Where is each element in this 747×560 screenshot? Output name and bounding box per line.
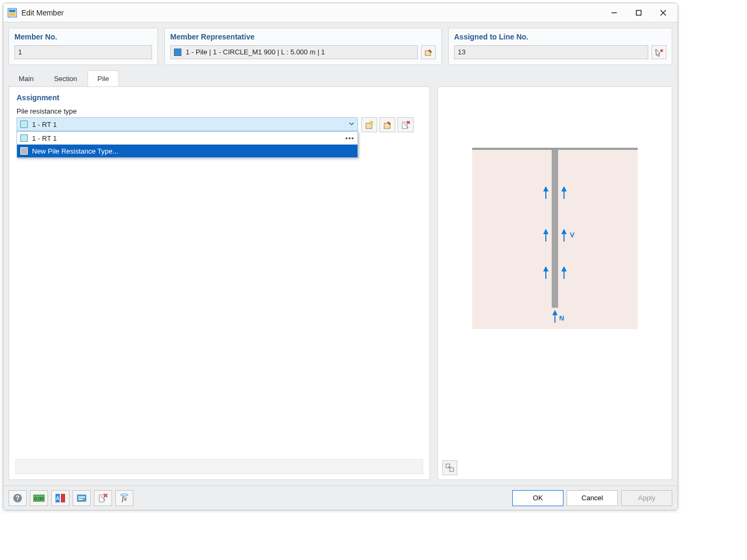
- friction-arrow-right-2-stem: [563, 234, 565, 242]
- window-title: Edit Member: [21, 9, 602, 17]
- fx-button[interactable]: fx: [115, 490, 133, 506]
- assigned-line-value[interactable]: 13: [454, 45, 648, 59]
- pile-graphic: [552, 150, 558, 308]
- svg-text:0,00: 0,00: [34, 496, 44, 501]
- remove-pick-icon: [98, 493, 108, 503]
- svg-rect-4: [637, 10, 641, 15]
- dialog-footer: ? 0,00 A fx OK Cancel Apply: [3, 485, 678, 510]
- edit-type-button[interactable]: [379, 117, 395, 132]
- units-icon: 0,00: [33, 493, 45, 503]
- window-controls: [602, 3, 676, 22]
- pick-line-button[interactable]: [651, 45, 666, 59]
- friction-arrow-left-1: [543, 186, 549, 191]
- minimize-button[interactable]: [602, 3, 626, 22]
- preview-panel: V N: [438, 86, 672, 480]
- report-icon: [76, 493, 87, 503]
- combo-swatch: [20, 121, 28, 128]
- representative-text: 1 - Pile | 1 - CIRCLE_M1 900 | L : 5.000…: [186, 46, 325, 59]
- friction-arrow-right-3: [561, 266, 567, 271]
- remove-pick-button[interactable]: [94, 490, 112, 506]
- resistance-type-buttons: [361, 117, 414, 132]
- expand-preview-icon: [445, 463, 455, 473]
- edit-representative-button[interactable]: [421, 45, 436, 59]
- soil-region: V N: [472, 148, 638, 329]
- member-representative-value[interactable]: 1 - Pile | 1 - CIRCLE_M1 900 | L : 5.000…: [170, 45, 418, 59]
- chevron-down-icon: [348, 121, 355, 127]
- pick-line-icon: [655, 48, 663, 57]
- svg-rect-25: [77, 495, 86, 501]
- units-button[interactable]: 0,00: [30, 490, 48, 506]
- svg-text:?: ?: [15, 494, 19, 502]
- pile-tab-panel: Assignment Pile resistance type 1 - RT 1: [9, 86, 430, 480]
- pile-resistance-type-combo[interactable]: 1 - RT 1: [17, 117, 358, 131]
- assignment-section-title: Assignment: [17, 93, 422, 102]
- friction-arrow-left-2-stem: [545, 234, 546, 242]
- svg-rect-23: [61, 494, 65, 502]
- member-representative-label: Member Representative: [170, 33, 436, 41]
- assigned-line-group: Assigned to Line No. 13: [448, 28, 672, 65]
- report-button[interactable]: [73, 490, 91, 506]
- member-no-group: Member No. 1: [9, 28, 158, 65]
- member-representative-group: Member Representative 1 - Pile | 1 - CIR…: [164, 28, 442, 65]
- dropdown-item-new-type[interactable]: New Pile Resistance Type...: [17, 145, 357, 157]
- maximize-button[interactable]: [626, 3, 651, 22]
- library-icon: A: [55, 493, 66, 503]
- label-n: N: [559, 314, 564, 322]
- label-v: V: [570, 231, 575, 239]
- minimize-icon: [611, 10, 617, 16]
- close-icon: [660, 10, 666, 16]
- svg-text:A: A: [56, 495, 60, 501]
- friction-arrow-left-2: [543, 229, 549, 234]
- friction-arrow-left-1-stem: [545, 191, 546, 199]
- apply-button[interactable]: Apply: [621, 490, 672, 506]
- ok-button[interactable]: OK: [512, 490, 563, 506]
- svg-rect-27: [78, 499, 83, 500]
- member-no-value: 1: [14, 45, 152, 59]
- pile-preview: V N: [446, 94, 664, 472]
- svg-rect-26: [78, 497, 85, 498]
- new-type-button[interactable]: [361, 117, 377, 132]
- dropdown-item-label: New Pile Resistance Type...: [32, 147, 118, 155]
- close-button[interactable]: [651, 3, 676, 22]
- representative-swatch: [174, 49, 181, 56]
- svg-text:fx: fx: [122, 494, 127, 502]
- combo-selected-text: 1 - RT 1: [32, 121, 57, 129]
- tab-main[interactable]: Main: [9, 70, 44, 86]
- header-row: Member No. 1 Member Representative 1 - P…: [3, 22, 678, 65]
- help-icon: ?: [13, 493, 22, 503]
- tab-pile[interactable]: Pile: [88, 70, 120, 86]
- edit-member-dialog: Edit Member Member No. 1 Member Represen…: [3, 3, 678, 510]
- tab-section[interactable]: Section: [44, 70, 87, 86]
- tip-arrow: [552, 310, 558, 315]
- friction-arrow-right-3-stem: [563, 271, 565, 279]
- dropdown-item-rt1[interactable]: 1 - RT 1 •••: [17, 132, 357, 145]
- svg-rect-1: [9, 13, 15, 16]
- help-button[interactable]: ?: [9, 490, 27, 506]
- app-icon: [7, 8, 17, 18]
- dropdown-item-swatch: [20, 147, 28, 155]
- dropdown-item-more-icon[interactable]: •••: [345, 134, 354, 142]
- pile-resistance-type-label: Pile resistance type: [17, 107, 422, 115]
- friction-arrow-left-3-stem: [545, 271, 546, 279]
- edit-type-icon: [383, 120, 392, 130]
- pile-resistance-type-dropdown: 1 - RT 1 ••• New Pile Resistance Type...: [17, 131, 358, 158]
- friction-arrow-right-2: [561, 229, 567, 234]
- cancel-button[interactable]: Cancel: [567, 490, 618, 506]
- assigned-line-label: Assigned to Line No.: [454, 33, 666, 41]
- dialog-body: Assignment Pile resistance type 1 - RT 1: [3, 86, 678, 485]
- fx-icon: fx: [119, 493, 130, 503]
- expand-preview-button[interactable]: [442, 460, 457, 475]
- delete-pick-button[interactable]: [398, 117, 414, 132]
- titlebar: Edit Member: [3, 3, 678, 22]
- library-button[interactable]: A: [51, 490, 69, 506]
- maximize-icon: [635, 10, 642, 16]
- svg-rect-17: [450, 468, 454, 471]
- edit-representative-icon: [424, 48, 433, 57]
- dropdown-item-swatch: [20, 134, 28, 142]
- tip-arrow-stem: [554, 315, 555, 323]
- member-no-label: Member No.: [14, 33, 152, 41]
- delete-pick-icon: [401, 120, 410, 130]
- friction-arrow-right-1: [561, 186, 567, 191]
- friction-arrow-right-1-stem: [563, 191, 565, 199]
- friction-arrow-left-3: [543, 266, 549, 271]
